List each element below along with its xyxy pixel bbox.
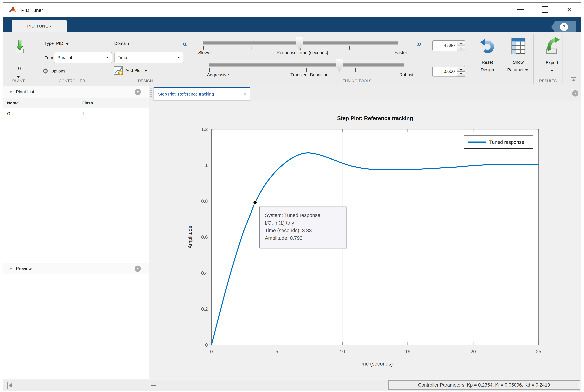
datatip-amplitude-line: Amplitude: 0.792 bbox=[265, 234, 346, 242]
table-row[interactable]: G tf bbox=[3, 108, 149, 119]
window-title: PID Tuner bbox=[21, 8, 43, 13]
reset-design-label[interactable]: Reset bbox=[482, 60, 493, 65]
legend[interactable]: Tuned response bbox=[464, 136, 533, 149]
type-label: Type bbox=[44, 41, 54, 46]
y-axis-label: Amplitude bbox=[187, 226, 193, 248]
collapse-left-icon bbox=[9, 383, 12, 388]
add-plot-button[interactable]: Add Plot bbox=[114, 66, 147, 75]
shift-sliders-right-button[interactable]: » bbox=[417, 39, 422, 48]
collapse-splitter-handle[interactable] bbox=[151, 385, 156, 386]
minimize-icon bbox=[518, 9, 524, 10]
document-actions-button[interactable] bbox=[572, 90, 579, 96]
show-parameters-label[interactable]: Show bbox=[513, 60, 524, 65]
legend-entry: Tuned response bbox=[489, 139, 524, 145]
collapse-ribbon-button[interactable] bbox=[571, 77, 577, 81]
preview-header: Preview bbox=[3, 263, 149, 274]
transient-behavior-slider-thumb[interactable] bbox=[336, 59, 343, 72]
matlab-app-icon bbox=[8, 5, 17, 15]
export-dropdown-chevron-icon[interactable] bbox=[551, 70, 553, 72]
plant-list-actions-button[interactable] bbox=[135, 89, 141, 95]
collapse-left-panel-button[interactable] bbox=[7, 382, 12, 389]
spinner-up-button[interactable]: ▲ bbox=[457, 41, 465, 46]
form-label: Form bbox=[44, 55, 54, 60]
slider-tick bbox=[209, 68, 210, 72]
datatip-time-line: Time (seconds): 3.33 bbox=[265, 226, 346, 234]
spinner-down-button[interactable]: ▼ bbox=[457, 72, 465, 76]
plant-list-title: Plant List bbox=[16, 89, 34, 94]
section-divider bbox=[34, 34, 34, 84]
slider-tick bbox=[203, 46, 204, 50]
slider-label-transient-behavior: Transient Behavior bbox=[290, 72, 327, 78]
response-time-spinner: 4.590 ▲ ▼ bbox=[432, 40, 465, 51]
domain-dropdown[interactable]: Time ▼ bbox=[114, 52, 184, 63]
datatip-system-line: System: Tuned response bbox=[265, 212, 346, 219]
response-time-slider-thumb[interactable] bbox=[296, 37, 303, 50]
reset-design-button[interactable] bbox=[480, 37, 495, 54]
options-label: Options bbox=[50, 68, 65, 74]
show-parameters-label[interactable]: Parameters bbox=[507, 67, 529, 72]
transient-behavior-slider-track[interactable] bbox=[209, 63, 404, 67]
tab-close-icon[interactable]: ✕ bbox=[243, 92, 247, 97]
tab-pid-tuner[interactable]: PID TUNER bbox=[12, 20, 66, 32]
datatip[interactable]: System: Tuned response I/O: In(1) to y T… bbox=[259, 206, 347, 248]
collapse-panel-icon[interactable] bbox=[9, 268, 12, 270]
transient-behavior-slider bbox=[209, 59, 404, 72]
minimize-button[interactable] bbox=[513, 4, 529, 15]
plant-list-header: Plant List bbox=[3, 86, 149, 98]
chevron-down-icon: ▼ bbox=[106, 56, 109, 60]
section-divider bbox=[533, 34, 534, 84]
maximize-icon bbox=[542, 6, 548, 13]
datatip-io-line: I/O: In(1) to y bbox=[265, 219, 346, 226]
transient-behavior-spinner: 0.600 ▲ ▼ bbox=[432, 66, 465, 77]
response-time-slider bbox=[203, 37, 398, 50]
transient-behavior-value[interactable]: 0.600 bbox=[433, 66, 457, 76]
tab-step-plot[interactable]: Step Plot: Reference tracking ✕ bbox=[153, 87, 250, 100]
preview-actions-button[interactable] bbox=[135, 266, 141, 272]
tab-drag-grip[interactable] bbox=[150, 88, 152, 98]
export-label[interactable]: Export bbox=[546, 60, 558, 65]
form-dropdown[interactable]: Parallel ▼ bbox=[54, 52, 112, 63]
slider-label-faster: Faster bbox=[395, 50, 407, 55]
section-label-controller: CONTROLLER bbox=[34, 79, 110, 83]
plant-row-name: G bbox=[3, 108, 78, 118]
active-tab-stripe bbox=[154, 87, 250, 88]
slider-tick bbox=[404, 68, 404, 72]
import-plant-button[interactable] bbox=[12, 36, 27, 57]
slider-label-aggressive: Aggressive bbox=[207, 72, 229, 78]
section-label-design: DESIGN bbox=[110, 79, 181, 83]
response-time-value[interactable]: 4.590 bbox=[433, 41, 457, 51]
gear-icon: ⚙ bbox=[42, 67, 48, 75]
shift-sliders-left-button[interactable]: « bbox=[182, 39, 187, 48]
ribbon-tab-band bbox=[3, 17, 581, 32]
column-header-class: Class bbox=[78, 98, 149, 108]
spinner-down-button[interactable]: ▼ bbox=[457, 46, 465, 51]
preview-title: Preview bbox=[16, 266, 32, 271]
controller-parameters-status: Controller Parameters: Kp = 0.2354, Ki =… bbox=[388, 380, 580, 390]
domain-label: Domain bbox=[114, 41, 129, 46]
plant-name-label[interactable]: G bbox=[12, 66, 27, 71]
close-button[interactable]: ✕ bbox=[561, 4, 577, 15]
help-button[interactable]: ? bbox=[560, 23, 568, 31]
collapse-left-icon bbox=[7, 382, 8, 389]
collapse-panel-icon[interactable] bbox=[9, 91, 12, 93]
type-dropdown[interactable]: PID bbox=[56, 41, 69, 46]
x-axis-label: Time (seconds) bbox=[358, 361, 393, 367]
plant-list-column-headers: Name Class bbox=[3, 98, 149, 108]
plant-dropdown-chevron-icon[interactable] bbox=[17, 76, 20, 78]
chevron-down-icon: ▼ bbox=[177, 56, 180, 60]
left-panel bbox=[3, 86, 149, 380]
reset-design-label[interactable]: Design bbox=[481, 67, 494, 72]
status-bar-divider bbox=[149, 380, 149, 391]
slider-label-robust: Robust bbox=[399, 72, 413, 78]
show-parameters-button[interactable] bbox=[512, 38, 526, 54]
chevron-down-icon bbox=[137, 91, 139, 93]
spinner-up-button[interactable]: ▲ bbox=[457, 66, 465, 72]
slider-tick bbox=[258, 68, 258, 72]
options-button[interactable]: ⚙ Options bbox=[42, 67, 65, 75]
slider-label-response-time: Response Time (seconds) bbox=[277, 50, 328, 55]
column-header-name: Name bbox=[3, 98, 78, 108]
export-button[interactable] bbox=[544, 36, 560, 55]
slider-tick bbox=[252, 46, 252, 50]
maximize-button[interactable] bbox=[537, 4, 553, 15]
add-plot-icon bbox=[114, 66, 123, 75]
